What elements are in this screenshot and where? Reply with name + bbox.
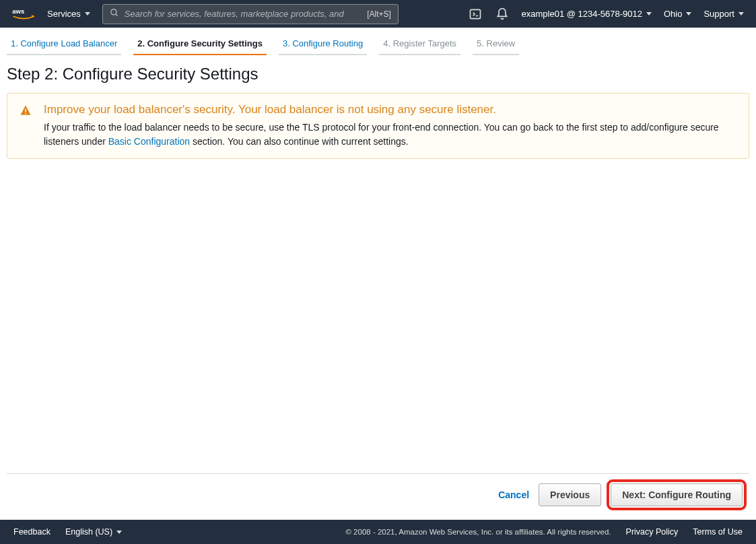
wizard-step-2[interactable]: 2. Configure Security Settings — [133, 34, 267, 55]
security-warning-alert: Improve your load balancer's security. Y… — [7, 93, 749, 159]
search-icon — [110, 8, 119, 20]
alert-title: Improve your load balancer's security. Y… — [44, 103, 736, 116]
alert-text: If your traffic to the load balancer nee… — [44, 121, 736, 149]
language-selector[interactable]: English (US) — [65, 527, 122, 537]
region-label: Ohio — [664, 9, 682, 19]
support-label: Support — [703, 9, 734, 19]
previous-button[interactable]: Previous — [539, 483, 601, 506]
caret-down-icon — [738, 12, 744, 15]
caret-down-icon — [686, 12, 691, 15]
services-label: Services — [47, 9, 81, 19]
wizard-step-1[interactable]: 1. Configure Load Balancer — [7, 34, 121, 55]
privacy-link[interactable]: Privacy Policy — [626, 527, 679, 537]
services-menu[interactable]: Services — [47, 9, 90, 19]
feedback-link[interactable]: Feedback — [13, 527, 50, 537]
caret-down-icon — [85, 12, 90, 15]
wizard-step-4: 4. Register Targets — [379, 34, 460, 55]
wizard-step-5: 5. Review — [473, 34, 519, 55]
cloudshell-icon[interactable] — [468, 7, 483, 22]
svg-text:aws: aws — [12, 7, 24, 15]
basic-configuration-link[interactable]: Basic Configuration — [108, 136, 190, 147]
svg-rect-5 — [25, 113, 26, 114]
caret-down-icon — [646, 12, 652, 15]
actions-container: Cancel Previous Next: Configure Routing — [7, 473, 749, 520]
cancel-button[interactable]: Cancel — [498, 489, 529, 500]
warning-icon — [20, 103, 32, 149]
global-search[interactable]: [Alt+S] — [102, 4, 399, 24]
svg-point-1 — [111, 9, 116, 15]
search-input[interactable] — [125, 9, 362, 19]
account-menu[interactable]: example01 @ 1234-5678-9012 — [522, 9, 652, 19]
notifications-icon[interactable] — [495, 7, 510, 22]
region-menu[interactable]: Ohio — [664, 9, 691, 19]
wizard-steps: 1. Configure Load Balancer 2. Configure … — [0, 28, 756, 55]
account-label: example01 @ 1234-5678-9012 — [522, 9, 642, 19]
next-button[interactable]: Next: Configure Routing — [611, 483, 743, 506]
caret-down-icon — [116, 531, 122, 534]
alert-text-after: section. You can also continue with curr… — [193, 136, 409, 147]
support-menu[interactable]: Support — [703, 9, 744, 19]
wizard-step-3[interactable]: 3. Configure Routing — [279, 34, 367, 55]
page-title: Step 2: Configure Security Settings — [7, 65, 749, 83]
language-label: English (US) — [65, 527, 112, 537]
svg-line-2 — [116, 14, 118, 16]
search-hotkey-hint: [Alt+S] — [367, 9, 391, 19]
alert-body: Improve your load balancer's security. Y… — [44, 103, 736, 149]
page-body: Step 2: Configure Security Settings Impr… — [0, 55, 756, 520]
aws-top-nav: aws Services [Alt+S] example01 @ 1234-56… — [0, 0, 756, 28]
wizard-actions: Cancel Previous Next: Configure Routing — [7, 473, 749, 520]
aws-footer: Feedback English (US) © 2008 - 2021, Ama… — [0, 520, 756, 544]
svg-rect-4 — [25, 109, 26, 112]
copyright-text: © 2008 - 2021, Amazon Web Services, Inc.… — [345, 528, 611, 536]
aws-logo[interactable]: aws — [12, 7, 35, 21]
terms-link[interactable]: Terms of Use — [693, 527, 743, 537]
